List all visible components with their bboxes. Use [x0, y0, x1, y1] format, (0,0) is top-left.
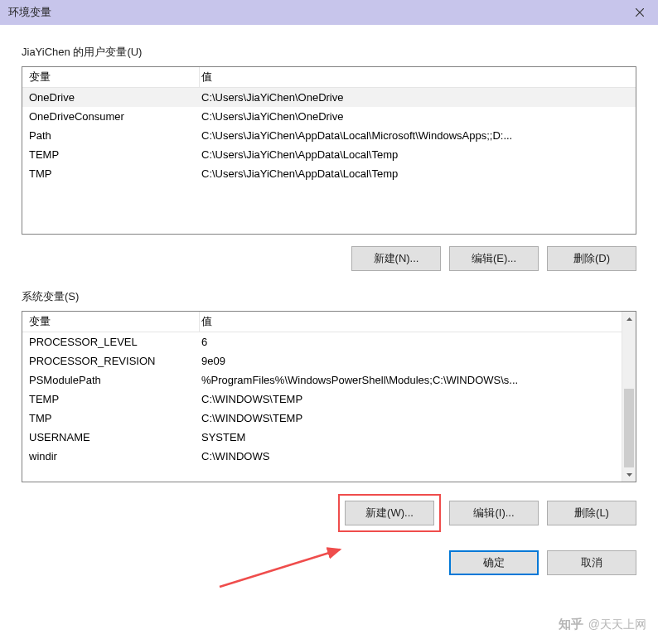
- user-vars-label: JiaYiChen 的用户变量(U): [22, 45, 636, 60]
- system-vars-buttons: 新建(W)... 编辑(I)... 删除(L): [22, 494, 636, 532]
- cell-value: 9e09: [200, 355, 622, 367]
- table-row[interactable]: OneDriveConsumer C:\Users\JiaYiChen\OneD…: [22, 107, 636, 126]
- user-vars-header[interactable]: 变量 值: [22, 67, 636, 88]
- system-edit-button[interactable]: 编辑(I)...: [449, 501, 539, 525]
- cell-variable: USERNAME: [22, 431, 200, 443]
- cell-variable: PROCESSOR_REVISION: [22, 355, 200, 367]
- cell-variable: TMP: [22, 412, 200, 424]
- cell-variable: OneDriveConsumer: [22, 110, 200, 123]
- user-delete-button[interactable]: 删除(D): [547, 246, 636, 271]
- user-edit-button[interactable]: 编辑(E)...: [449, 246, 539, 271]
- col-header-variable[interactable]: 变量: [22, 312, 200, 332]
- system-vars-listbox[interactable]: 变量 值 PROCESSOR_LEVEL 6 PROCESSOR_REVISIO…: [22, 311, 636, 482]
- cell-variable: PSModulePath: [22, 374, 200, 386]
- table-row[interactable]: TMP C:\Users\JiaYiChen\AppData\Local\Tem…: [22, 164, 636, 183]
- system-delete-button[interactable]: 删除(L): [547, 501, 636, 525]
- table-row[interactable]: TEMP C:\Users\JiaYiChen\AppData\Local\Te…: [22, 145, 636, 164]
- cell-variable: TEMP: [22, 148, 200, 161]
- col-header-variable[interactable]: 变量: [22, 67, 200, 87]
- table-row[interactable]: USERNAME SYSTEM: [22, 428, 622, 447]
- scroll-thumb[interactable]: [624, 389, 634, 467]
- cell-value: C:\WINDOWS\TEMP: [200, 412, 622, 424]
- table-row[interactable]: TEMP C:\WINDOWS\TEMP: [22, 390, 622, 409]
- cell-variable: OneDrive: [22, 91, 200, 104]
- table-row[interactable]: PROCESSOR_REVISION 9e09: [22, 351, 622, 370]
- chevron-down-icon: [627, 473, 632, 477]
- scroll-up-button[interactable]: [622, 312, 636, 326]
- cell-variable: PROCESSOR_LEVEL: [22, 336, 200, 348]
- system-vars-scrollbar[interactable]: [622, 312, 636, 482]
- table-row[interactable]: windir C:\WINDOWS: [22, 447, 622, 466]
- table-row[interactable]: Path C:\Users\JiaYiChen\AppData\Local\Mi…: [22, 126, 636, 145]
- table-row[interactable]: TMP C:\WINDOWS\TEMP: [22, 409, 622, 428]
- cell-value: C:\WINDOWS\TEMP: [200, 393, 622, 405]
- window-title: 环境变量: [8, 5, 51, 20]
- ok-button[interactable]: 确定: [449, 550, 539, 575]
- user-new-button[interactable]: 新建(N)...: [351, 246, 441, 271]
- system-vars-header[interactable]: 变量 值: [22, 312, 622, 332]
- highlight-annotation: 新建(W)...: [338, 494, 441, 532]
- table-row[interactable]: OneDrive C:\Users\JiaYiChen\OneDrive: [22, 88, 636, 107]
- table-row[interactable]: PSModulePath %ProgramFiles%\WindowsPower…: [22, 370, 622, 390]
- close-icon: [636, 8, 644, 17]
- cell-value: C:\WINDOWS: [200, 450, 622, 462]
- col-header-value[interactable]: 值: [200, 312, 622, 332]
- cell-value: C:\Users\JiaYiChen\AppData\Local\Temp: [200, 148, 636, 161]
- dialog-footer-buttons: 确定 取消: [22, 550, 636, 575]
- cell-value: 6: [200, 336, 622, 348]
- col-header-value[interactable]: 值: [200, 67, 636, 87]
- table-row[interactable]: PROCESSOR_LEVEL 6: [22, 332, 622, 351]
- cell-value: C:\Users\JiaYiChen\OneDrive: [200, 91, 636, 104]
- watermark: 知乎 @天天上网: [559, 617, 646, 632]
- cell-value: %ProgramFiles%\WindowsPowerShell\Modules…: [200, 374, 622, 386]
- cancel-button[interactable]: 取消: [547, 550, 636, 575]
- user-vars-buttons: 新建(N)... 编辑(E)... 删除(D): [22, 246, 636, 271]
- system-vars-list-inner: 变量 值 PROCESSOR_LEVEL 6 PROCESSOR_REVISIO…: [22, 312, 622, 482]
- scroll-track[interactable]: [622, 326, 636, 467]
- cell-variable: Path: [22, 129, 200, 142]
- dialog-content: JiaYiChen 的用户变量(U) 变量 值 OneDrive C:\User…: [0, 25, 658, 587]
- cell-value: C:\Users\JiaYiChen\OneDrive: [200, 110, 636, 123]
- system-new-button[interactable]: 新建(W)...: [345, 501, 434, 525]
- watermark-author: @天天上网: [588, 617, 646, 632]
- system-vars-label: 系统变量(S): [22, 289, 636, 304]
- scroll-down-button[interactable]: [622, 467, 636, 482]
- cell-value: C:\Users\JiaYiChen\AppData\Local\Microso…: [200, 129, 636, 142]
- close-button[interactable]: [621, 0, 658, 25]
- cell-variable: TMP: [22, 167, 200, 180]
- titlebar: 环境变量: [0, 0, 658, 25]
- user-vars-listbox[interactable]: 变量 值 OneDrive C:\Users\JiaYiChen\OneDriv…: [22, 66, 636, 235]
- cell-variable: TEMP: [22, 393, 200, 405]
- cell-value: SYSTEM: [200, 431, 622, 443]
- cell-value: C:\Users\JiaYiChen\AppData\Local\Temp: [200, 167, 636, 180]
- chevron-up-icon: [627, 317, 632, 321]
- watermark-brand: 知乎: [559, 617, 583, 632]
- cell-variable: windir: [22, 450, 200, 462]
